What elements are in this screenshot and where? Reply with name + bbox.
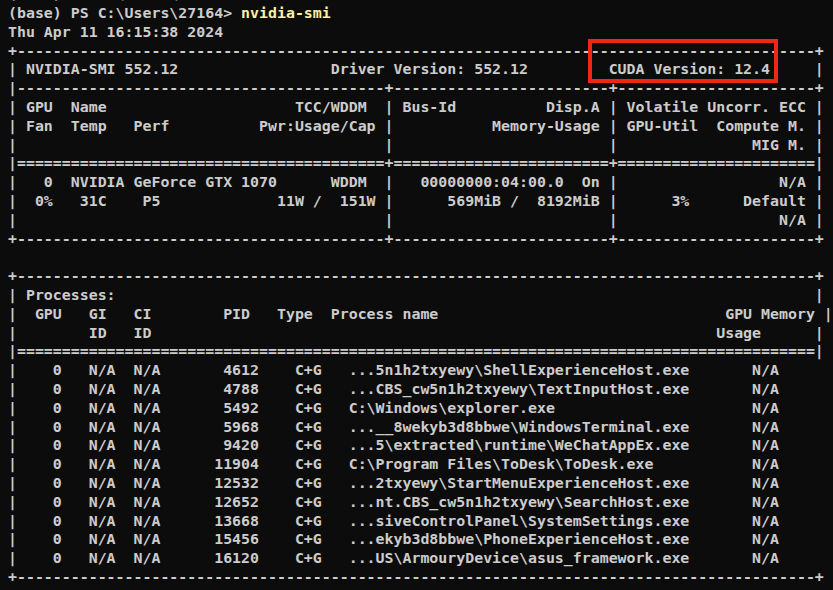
process-table-top-border: +---------------------------------------…	[8, 267, 833, 286]
process-row: | 0 N/A N/A 4612 C+G ...5n1h2txyewy\Shel…	[8, 361, 833, 380]
process-row: | 0 N/A N/A 15456 C+G ...ekyb3d8bbwe\Pho…	[8, 530, 833, 549]
shell-prompt: (base) PS C:\Users\27164>	[8, 4, 241, 22]
process-row: | 0 N/A N/A 5968 C+G ...__8wekyb3d8bbwe\…	[8, 418, 833, 437]
process-row: | 0 N/A N/A 11904 C+G C:\Program Files\T…	[8, 455, 833, 474]
terminal-window: (base) PS C:\Users\27164> (base) PS C:\U…	[0, 0, 833, 590]
gpu-column-header-1: | GPU Name TCC/WDDM | Bus-Id Disp.A | Vo…	[8, 98, 833, 117]
process-column-header-1: | GPU GI CI PID Type Process name GPU Me…	[8, 305, 833, 324]
process-row: | 0 N/A N/A 4788 C+G ...CBS_cw5n1h2txyew…	[8, 380, 833, 399]
process-row: | 0 N/A N/A 9420 C+G ...5\extracted\runt…	[8, 436, 833, 455]
gpu-stats-row-1: | 0 NVIDIA GeForce GTX 1070 WDDM | 00000…	[8, 173, 833, 192]
gpu-column-header-3: | | | MIG M. |	[8, 136, 833, 155]
gpu-table-body-separator: |=======================================…	[8, 154, 833, 173]
process-row: | 0 N/A N/A 13668 C+G ...siveControlPane…	[8, 512, 833, 531]
process-row: | 0 N/A N/A 12652 C+G ...nt.CBS_cw5n1h2t…	[8, 493, 833, 512]
gpu-stats-row-3: | | | N/A |	[8, 211, 833, 230]
process-table-body-separator: |=======================================…	[8, 342, 833, 361]
gpu-table-bottom-border: +---------------------------------------…	[8, 230, 833, 249]
gpu-table-top-border: +---------------------------------------…	[8, 42, 833, 61]
blank-line	[8, 248, 833, 267]
process-row: | 0 N/A N/A 12532 C+G ...2txyewy\StartMe…	[8, 474, 833, 493]
timestamp-line: Thu Apr 11 16:15:38 2024	[8, 23, 833, 42]
process-row: | 0 N/A N/A 5492 C+G C:\Windows\explorer…	[8, 399, 833, 418]
clipped-previous-line: (base) PS C:\Users\27164>	[8, 0, 833, 4]
process-column-header-2: | ID ID Usage |	[8, 324, 833, 343]
gpu-table-header-separator: |---------------------------------------…	[8, 79, 833, 98]
gpu-stats-row-2: | 0% 31C P5 11W / 151W | 569MiB / 8192Mi…	[8, 192, 833, 211]
previous-line-fragment: (base) PS C:\Users\27164>	[8, 0, 833, 4]
gpu-column-header-2: | Fan Temp Perf Pwr:Usage/Cap | Memory-U…	[8, 117, 833, 136]
prompt-line: (base) PS C:\Users\27164> nvidia-smi	[8, 4, 833, 23]
process-table-bottom-border: +---------------------------------------…	[8, 568, 833, 587]
command-text: nvidia-smi	[241, 4, 331, 22]
processes-title-line: | Processes: |	[8, 286, 833, 305]
process-row: | 0 N/A N/A 16120 C+G ...US\ArmouryDevic…	[8, 549, 833, 568]
smi-version-line: | NVIDIA-SMI 552.12 Driver Version: 552.…	[8, 60, 833, 79]
